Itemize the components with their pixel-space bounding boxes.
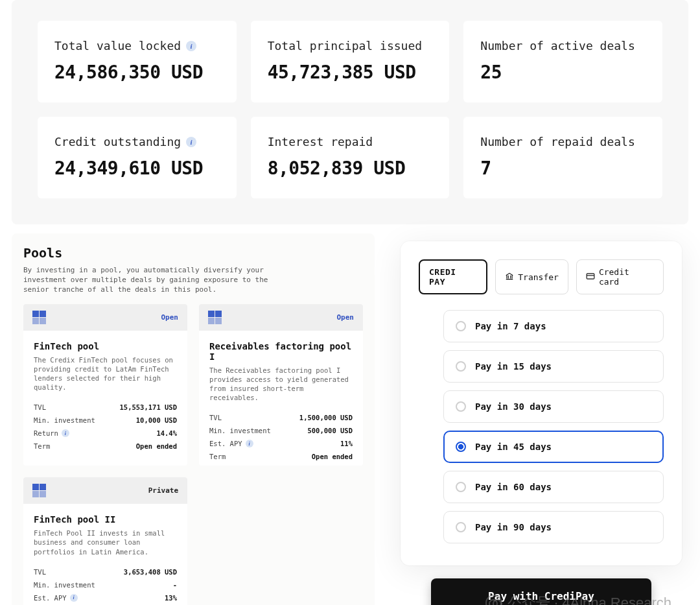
pool-stat-label: Min. investment xyxy=(34,416,95,424)
pool-header: Private xyxy=(23,477,187,504)
pool-logo-icon xyxy=(32,484,47,497)
pool-stat-row: Min. investment- xyxy=(34,578,177,591)
stat-value: 24,586,350 USD xyxy=(54,62,220,83)
pool-stat-label: TVL xyxy=(34,403,46,411)
svg-rect-0 xyxy=(587,273,594,278)
pool-card[interactable]: OpenFinTech poolThe Credix FinTech pool … xyxy=(23,304,187,466)
pool-logo-icon xyxy=(208,311,222,324)
pay-button[interactable]: Pay with CrediPay xyxy=(431,578,651,605)
pool-stat-row: Est. APYi13% xyxy=(34,591,177,604)
pool-stat-row: Min. investment10,000 USD xyxy=(34,414,177,427)
pool-stat-value: - xyxy=(173,581,177,589)
tab-credipay-label: CREDI PAY xyxy=(429,267,477,287)
tab-credipay[interactable]: CREDI PAY xyxy=(419,259,487,294)
tab-transfer-label: Transfer xyxy=(518,272,559,282)
stat-card: Number of repaid deals7 xyxy=(463,117,662,198)
stat-card: Credit outstandingi24,349,610 USD xyxy=(38,117,237,198)
radio-icon xyxy=(456,401,466,412)
pool-stat-row: Est. APYi11% xyxy=(209,437,353,450)
pool-description: FinTech Pool II invests in small busines… xyxy=(34,528,177,556)
pool-logo-icon xyxy=(32,311,47,324)
radio-icon xyxy=(456,482,466,492)
pool-stat-label: Min. investment xyxy=(34,581,95,589)
pool-stat-value: 15,553,171 USD xyxy=(119,403,177,411)
pool-stat-label: Est. APYi xyxy=(34,594,78,602)
stat-value: 24,349,610 USD xyxy=(54,158,220,179)
stats-section: Total value lockedi24,586,350 USDTotal p… xyxy=(12,0,688,224)
pool-header: Open xyxy=(23,304,187,331)
stat-label: Number of active deals xyxy=(480,39,646,53)
pool-header: Open xyxy=(199,304,363,331)
pools-title: Pools xyxy=(23,245,363,261)
payment-options: Pay in 7 daysPay in 15 daysPay in 30 day… xyxy=(419,310,664,543)
radio-icon xyxy=(456,321,466,331)
pool-stat-label: Term xyxy=(34,442,50,450)
pool-stat-row: TermOpen ended xyxy=(209,450,353,463)
stat-label: Total principal issued xyxy=(268,39,433,53)
radio-icon xyxy=(456,522,466,532)
pool-description: The Receivables factoring pool I provide… xyxy=(209,366,353,403)
payment-card: CREDI PAY Transfer Credit card Pay in 7 … xyxy=(401,241,682,565)
payment-option-label: Pay in 15 days xyxy=(475,361,552,372)
stat-label-text: Interest repaid xyxy=(268,135,373,148)
pools-description: By investing in a pool, you automaticall… xyxy=(23,266,283,295)
pool-card[interactable]: PrivateFinTech pool IIFinTech Pool II in… xyxy=(23,477,187,605)
stat-value: 25 xyxy=(480,62,646,83)
payment-option[interactable]: Pay in 90 days xyxy=(443,511,664,543)
payment-option-label: Pay in 30 days xyxy=(475,401,552,412)
pool-stat-row: TVL3,653,408 USD xyxy=(34,565,177,578)
pool-stat-value: 500,000 USD xyxy=(307,427,353,434)
radio-icon xyxy=(456,361,466,372)
credit-card-icon xyxy=(586,272,595,283)
payment-tabs: CREDI PAY Transfer Credit card xyxy=(419,259,664,294)
pool-stat-row: Min. investment500,000 USD xyxy=(209,424,353,437)
pool-status-badge: Open xyxy=(161,313,179,322)
stat-card: Total value lockedi24,586,350 USD xyxy=(38,21,237,102)
pools-section: Pools By investing in a pool, you automa… xyxy=(12,233,375,605)
info-icon[interactable]: i xyxy=(186,41,196,51)
info-icon[interactable]: i xyxy=(62,429,69,437)
pool-stat-label: Returni xyxy=(34,429,69,437)
stat-label-text: Total principal issued xyxy=(268,39,422,53)
payment-option[interactable]: Pay in 60 days xyxy=(443,471,664,503)
pool-stat-value: 13% xyxy=(165,594,177,602)
payment-option-label: Pay in 7 days xyxy=(475,321,546,331)
pool-stat-row: TVL1,500,000 USD xyxy=(209,411,353,424)
info-icon[interactable]: i xyxy=(70,594,78,602)
pool-status-badge: Open xyxy=(337,313,355,322)
payment-option[interactable]: Pay in 7 days xyxy=(443,310,664,342)
pool-stat-label: TVL xyxy=(209,414,222,421)
pool-stat-label: Est. APYi xyxy=(209,440,253,447)
pool-stat-value: Open ended xyxy=(312,453,353,460)
pool-stat-label: TVL xyxy=(34,568,46,576)
payment-option[interactable]: Pay in 30 days xyxy=(443,390,664,423)
info-icon[interactable]: i xyxy=(186,137,196,147)
stat-label: Interest repaid xyxy=(268,135,433,148)
payment-option-label: Pay in 90 days xyxy=(475,522,552,532)
bank-icon xyxy=(505,272,514,283)
stat-label-text: Number of active deals xyxy=(480,39,635,53)
stat-card: Number of active deals25 xyxy=(463,21,662,102)
radio-icon xyxy=(456,442,466,452)
pool-stat-row: Returni14.4% xyxy=(34,427,177,440)
pool-stat-value: 1,500,000 USD xyxy=(299,414,353,421)
pool-stat-row: TVL15,553,171 USD xyxy=(34,401,177,414)
tab-credit-card[interactable]: Credit card xyxy=(576,259,664,294)
tab-transfer[interactable]: Transfer xyxy=(495,259,568,294)
payment-option-label: Pay in 60 days xyxy=(475,482,552,492)
pool-stat-value: 10,000 USD xyxy=(136,416,177,424)
pool-card[interactable]: OpenReceivables factoring pool IThe Rece… xyxy=(199,304,363,466)
pool-description: The Credix FinTech pool focuses on provi… xyxy=(34,355,177,392)
pool-stat-value: 14.4% xyxy=(156,429,177,437)
stat-label: Credit outstandingi xyxy=(54,135,220,148)
info-icon[interactable]: i xyxy=(246,440,253,447)
payment-option-label: Pay in 45 days xyxy=(475,442,552,452)
payment-option[interactable]: Pay in 15 days xyxy=(443,350,664,383)
stat-label-text: Total value locked xyxy=(54,39,181,53)
pool-name: FinTech pool xyxy=(34,341,177,351)
payment-section: CREDI PAY Transfer Credit card Pay in 7 … xyxy=(394,233,688,605)
tab-credit-card-label: Credit card xyxy=(599,267,654,287)
pool-stat-row: TermOpen ended xyxy=(34,440,177,453)
payment-option[interactable]: Pay in 45 days xyxy=(443,431,664,463)
pool-stat-label: Term xyxy=(209,453,226,460)
